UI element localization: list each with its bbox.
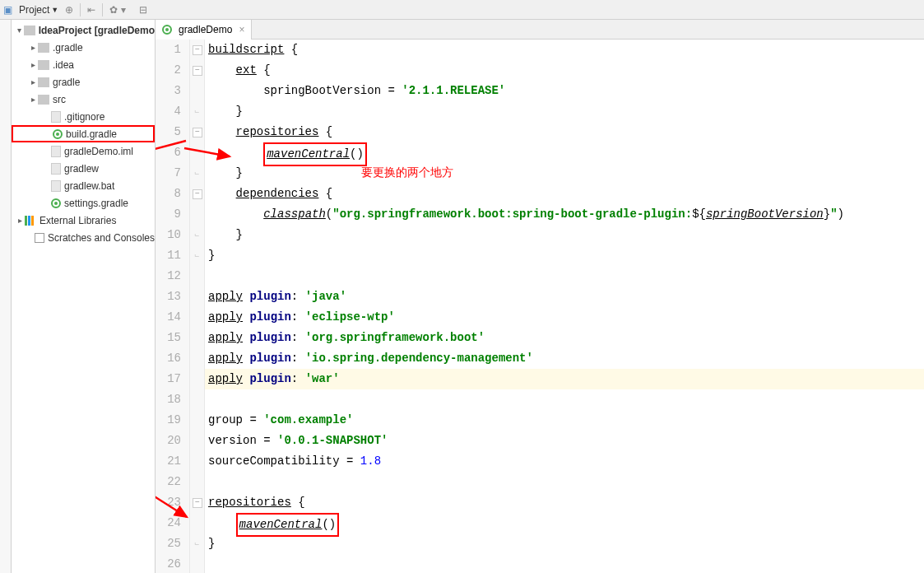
fold-marker [190, 554, 204, 573]
line-number: 8 [156, 184, 181, 204]
tree-item[interactable]: External Libraries [12, 212, 155, 229]
tree-item-label: .gradle [53, 42, 83, 54]
code-line[interactable]: mavenCentral() [205, 142, 924, 163]
gradle-icon [51, 198, 61, 208]
file-icon [51, 163, 61, 175]
expand-arrow-icon[interactable] [15, 216, 25, 225]
file-icon [51, 180, 61, 192]
close-icon[interactable]: × [239, 24, 244, 35]
highlighted-code: mavenCentral() [236, 513, 340, 537]
fold-marker: ⌐ [190, 225, 204, 245]
code-line[interactable]: repositories { [205, 492, 924, 513]
code-line[interactable]: dependencies { [205, 184, 924, 204]
code-line[interactable]: apply plugin: 'war' [205, 369, 924, 389]
expand-arrow-icon[interactable] [28, 95, 38, 104]
code-line[interactable] [205, 266, 924, 286]
fold-marker [190, 472, 204, 492]
tab-label: gradleDemo [179, 24, 232, 35]
separator [80, 3, 81, 16]
code-editor[interactable]: 1234567891011121314151617181920212223242… [156, 40, 924, 573]
tree-item-label: .gitignore [64, 111, 104, 123]
code-line[interactable]: buildscript { [205, 40, 924, 60]
hide-icon[interactable]: ⊟ [139, 4, 147, 16]
file-icon [51, 146, 61, 157]
tree-item[interactable]: gradle [12, 73, 155, 91]
expand-arrow-icon[interactable] [28, 60, 38, 69]
fold-gutter: −−⌐−⌐−⌐⌐−⌐ [190, 40, 205, 573]
gear-icon[interactable]: ✿ ▾ [109, 4, 125, 16]
fold-marker[interactable]: − [190, 122, 204, 142]
line-number: 11 [156, 245, 181, 266]
code-line[interactable]: } [205, 225, 924, 245]
code-lines[interactable]: buildscript { ext { springBootVersion = … [205, 40, 924, 573]
code-line[interactable] [205, 472, 924, 492]
code-line[interactable]: sourceCompatibility = 1.8 [205, 451, 924, 472]
fold-marker[interactable]: − [190, 60, 204, 81]
target-icon[interactable]: ⊕ [65, 4, 73, 16]
line-number: 5 [156, 122, 181, 142]
line-number: 3 [156, 81, 181, 101]
expand-arrow-icon[interactable] [28, 77, 38, 86]
folder-icon [24, 26, 35, 35]
tree-item[interactable]: Scratches and Consoles [12, 229, 155, 246]
code-line[interactable]: } [205, 101, 924, 122]
gradle-icon [162, 25, 172, 35]
fold-marker [190, 266, 204, 286]
line-number: 7 [156, 163, 181, 184]
fold-marker [190, 142, 204, 163]
line-number: 10 [156, 225, 181, 245]
tree-item[interactable]: settings.gradle [12, 194, 155, 212]
line-number-gutter: 1234567891011121314151617181920212223242… [156, 40, 190, 573]
toolbar: ▣ Project ▼ ⊕ ⇤ ✿ ▾ ⊟ [0, 0, 924, 20]
tree-item[interactable]: build.gradle [12, 125, 155, 142]
line-number: 21 [156, 451, 181, 472]
tree-item[interactable]: src [12, 91, 155, 108]
library-icon [25, 216, 36, 226]
fold-marker [190, 513, 204, 533]
tree-item[interactable]: .idea [12, 56, 155, 73]
line-number: 16 [156, 348, 181, 369]
separator [102, 3, 103, 16]
code-line[interactable]: apply plugin: 'io.spring.dependency-mana… [205, 348, 924, 369]
expand-arrow-icon[interactable] [28, 43, 38, 52]
code-line[interactable]: apply plugin: 'org.springframework.boot' [205, 328, 924, 348]
expand-arrow-icon[interactable] [15, 26, 24, 35]
code-line[interactable]: } [205, 245, 924, 266]
tree-item-label: gradle [53, 77, 80, 88]
tree-item[interactable]: gradlew.bat [12, 177, 155, 194]
code-line[interactable]: apply plugin: 'java' [205, 286, 924, 307]
tree-item-label: gradlew [64, 163, 99, 175]
code-line[interactable] [205, 554, 924, 573]
line-number: 6 [156, 142, 181, 163]
code-line[interactable]: version = '0.0.1-SNAPSHOT' [205, 431, 924, 451]
fold-marker[interactable]: − [190, 492, 204, 513]
code-line[interactable]: ext { [205, 60, 924, 81]
fold-marker[interactable]: − [190, 40, 204, 60]
collapse-icon[interactable]: ⇤ [87, 4, 95, 16]
folder-icon [38, 77, 49, 87]
fold-marker[interactable]: − [190, 184, 204, 204]
code-line[interactable]: group = 'com.example' [205, 410, 924, 431]
tree-item[interactable]: .gradle [12, 39, 155, 56]
tree-item[interactable]: gradleDemo.iml [12, 142, 155, 160]
line-number: 23 [156, 492, 181, 513]
code-line[interactable] [205, 389, 924, 410]
code-line[interactable]: mavenCentral() [205, 513, 924, 533]
project-window-icon[interactable]: ▣ [3, 4, 12, 16]
fold-marker [190, 451, 204, 472]
code-line[interactable]: springBootVersion = '2.1.1.RELEASE' [205, 81, 924, 101]
editor-area: gradleDemo × 123456789101112131415161718… [156, 20, 924, 573]
fold-marker [190, 307, 204, 328]
tree-item[interactable]: IdeaProject [gradleDemo [12, 21, 155, 39]
tree-item[interactable]: .gitignore [12, 108, 155, 125]
code-line[interactable]: classpath("org.springframework.boot:spri… [205, 204, 924, 225]
tree-item-label: Scratches and Consoles [48, 232, 155, 244]
project-dropdown[interactable]: Project ▼ [19, 4, 58, 16]
code-line[interactable]: apply plugin: 'eclipse-wtp' [205, 307, 924, 328]
tree-item[interactable]: gradlew [12, 160, 155, 177]
tree-item-label: .idea [53, 59, 74, 71]
fold-marker: ⌐ [190, 163, 204, 184]
code-line[interactable]: repositories { [205, 122, 924, 142]
tab-bar: gradleDemo × [156, 20, 924, 40]
editor-tab[interactable]: gradleDemo × [156, 20, 252, 40]
